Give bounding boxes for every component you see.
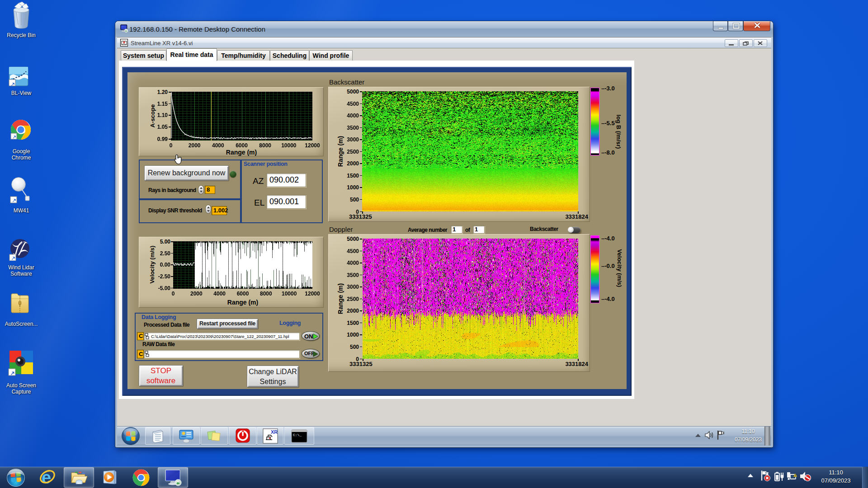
- svg-text:XR: XR: [271, 429, 278, 435]
- svg-text:C:\_: C:\_: [293, 433, 302, 437]
